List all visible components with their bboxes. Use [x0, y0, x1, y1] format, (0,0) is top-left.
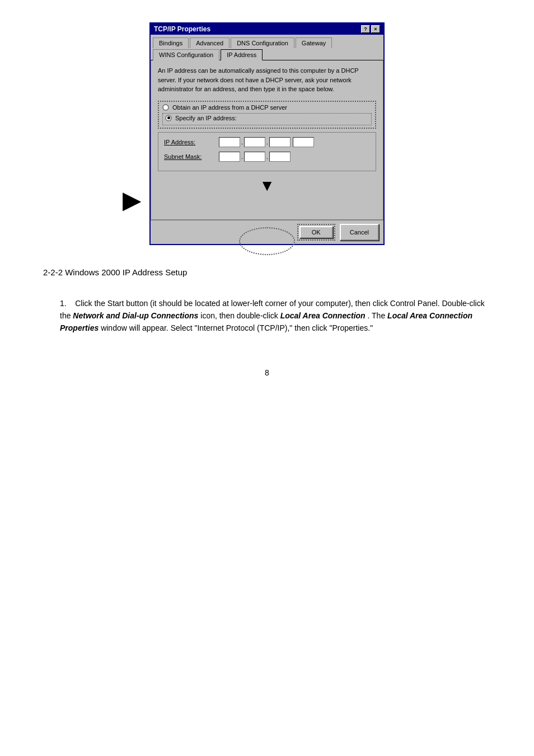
- close-button[interactable]: ×: [371, 25, 380, 33]
- subnet-mask-fields: . .: [219, 152, 291, 162]
- instructions-list: 1. Click the Start button (it should be …: [38, 297, 496, 346]
- ip-seg-1[interactable]: [219, 137, 240, 147]
- inst-bold-2: Local Area Connection: [280, 311, 366, 320]
- radio-obtain-label: Obtain an IP address from a DHCP server: [172, 104, 287, 111]
- ip-fields-box: IP Address: . . Subnet Mask:: [158, 132, 376, 171]
- ip-address-fields: . .: [219, 137, 314, 147]
- dialog-title: TCP/IP Properties: [154, 25, 210, 33]
- ip-dot-1: .: [240, 139, 244, 145]
- bottom-dotted-circle: [239, 227, 295, 255]
- subnet-seg-2[interactable]: [244, 152, 265, 162]
- tab-ip-address[interactable]: IP Address: [221, 49, 263, 60]
- section-heading-wrapper: 2-2-2 Windows 2000 IP Address Setup: [38, 267, 496, 288]
- down-arrow-icon: ▼: [259, 177, 275, 195]
- dialog-body: An IP address can be automatically assig…: [151, 60, 383, 220]
- ip-address-row: IP Address: . .: [164, 137, 370, 147]
- subnet-mask-label: Subnet Mask:: [164, 153, 214, 160]
- subnet-seg-1[interactable]: [219, 152, 240, 162]
- radio-specify-dotted: Specify an IP address:: [162, 113, 372, 125]
- section-heading: 2-2-2 Windows 2000 IP Address Setup: [43, 267, 496, 277]
- tab-advanced[interactable]: Advanced: [190, 37, 229, 48]
- ok-button[interactable]: OK: [299, 226, 333, 238]
- tab-wins-configuration[interactable]: WINS Configuration: [153, 49, 219, 60]
- instruction-item-1: 1. Click the Start button (it should be …: [60, 297, 496, 335]
- tabs-row: Bindings Advanced DNS Configuration Gate…: [151, 35, 383, 60]
- ip-seg-2[interactable]: [244, 137, 265, 147]
- inst-text-after: window will appear. Select "Internet Pro…: [101, 323, 373, 332]
- radio-specify[interactable]: Specify an IP address:: [165, 115, 369, 121]
- ip-address-label: IP Address:: [164, 139, 214, 145]
- dialog-titlebar: TCP/IP Properties ? ×: [151, 24, 383, 35]
- radio-specify-label: Specify an IP address:: [175, 115, 237, 121]
- page-number: 8: [38, 346, 496, 377]
- subnet-mask-row: Subnet Mask: . .: [164, 152, 370, 162]
- inst-bold-1: Network and Dial-up Connections: [73, 311, 198, 320]
- help-button[interactable]: ?: [361, 25, 370, 33]
- subnet-dot-1: .: [240, 153, 244, 160]
- ok-dotted-wrap: OK: [297, 224, 335, 241]
- titlebar-buttons: ? ×: [361, 25, 380, 33]
- instruction-text-1: 1. Click the Start button (it should be …: [60, 297, 496, 335]
- ok-dotted-box: OK: [297, 224, 335, 241]
- spacer: [158, 197, 376, 214]
- down-arrow-annotation: ▼: [158, 177, 376, 195]
- radio-obtain-circle[interactable]: [162, 104, 169, 111]
- ip-seg-3[interactable]: [269, 137, 291, 147]
- tab-dns-configuration[interactable]: DNS Configuration: [231, 37, 294, 48]
- tcpip-dialog: TCP/IP Properties ? × Bindings Advanced …: [149, 22, 385, 245]
- cancel-button[interactable]: Cancel: [340, 224, 379, 241]
- inst-text-mid2: . The: [368, 311, 388, 320]
- tab-gateway[interactable]: Gateway: [296, 37, 332, 48]
- tab-bindings[interactable]: Bindings: [153, 37, 189, 48]
- ip-seg-4[interactable]: [293, 137, 314, 147]
- dialog-area: ▶ TCP/IP Properties ? × Bindings Advance…: [149, 22, 385, 245]
- inst-text-mid1: icon, then double-click: [200, 311, 280, 320]
- page-content: ▶ TCP/IP Properties ? × Bindings Advance…: [38, 22, 496, 377]
- radio-obtain[interactable]: Obtain an IP address from a DHCP server: [162, 104, 372, 111]
- radio-options-dotted: Obtain an IP address from a DHCP server …: [158, 101, 376, 129]
- description-text: An IP address can be automatically assig…: [158, 66, 376, 94]
- ip-dot-2: .: [265, 139, 269, 145]
- radio-specify-circle[interactable]: [165, 115, 172, 121]
- subnet-seg-3[interactable]: [269, 152, 291, 162]
- subnet-dot-2: .: [265, 153, 269, 160]
- inst-number: 1.: [60, 299, 73, 308]
